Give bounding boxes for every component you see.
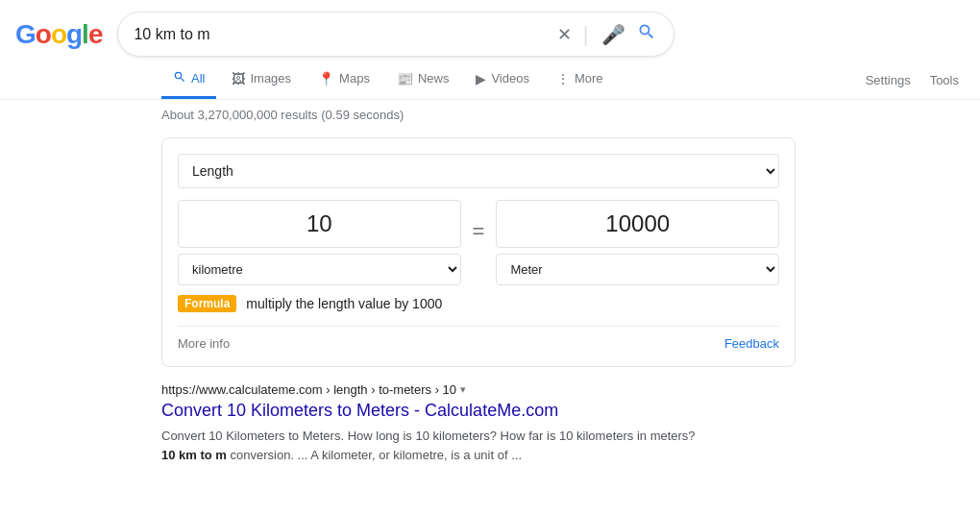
logo-g: G (15, 19, 36, 49)
all-icon (173, 70, 186, 86)
search-icon (637, 22, 656, 46)
to-value-box: 10000 (496, 200, 779, 248)
nav-item-all[interactable]: All (161, 61, 216, 99)
nav-item-images[interactable]: 🖼 Images (220, 61, 303, 99)
tools-link[interactable]: Tools (924, 63, 965, 97)
nav-label-maps: Maps (339, 71, 370, 86)
nav-item-more[interactable]: ⋮ More (545, 61, 615, 99)
settings-link[interactable]: Settings (860, 63, 917, 97)
result-url-row: https://www.calculateme.com › length › t… (161, 382, 796, 397)
google-logo: Google (15, 19, 102, 50)
converter-widget: Length 10 kilometre = 10000 Meter Formul… (161, 137, 796, 367)
results-count: About 3,270,000,000 results (0.59 second… (0, 100, 980, 130)
result-snippet-rest: conversion. ... A kilometer, or kilometr… (227, 448, 522, 462)
formula-text: multiply the length value by 1000 (246, 296, 442, 311)
nav-label-news: News (418, 71, 450, 86)
to-input-group: 10000 Meter (496, 200, 779, 285)
search-input[interactable]: 10 km to m (134, 26, 549, 43)
logo-g2: g (66, 19, 82, 49)
converter-inputs: 10 kilometre = 10000 Meter (178, 200, 779, 285)
videos-icon: ▶ (476, 71, 486, 86)
result-title: Convert 10 Kilometers to Meters - Calcul… (161, 399, 796, 423)
news-icon: 📰 (397, 71, 413, 86)
result-title-link[interactable]: Convert 10 Kilometers to Meters - Calcul… (161, 401, 558, 420)
logo-l: l (82, 19, 88, 49)
voice-search-button[interactable]: 🎤 (600, 21, 627, 48)
results-count-text: About 3,270,000,000 results (0.59 second… (161, 108, 404, 122)
logo-e: e (88, 19, 103, 49)
search-bar: 10 km to m ✕ | 🎤 (117, 12, 674, 57)
mic-icon: 🎤 (601, 23, 625, 46)
equals-sign: = (473, 219, 485, 244)
result-url: https://www.calculateme.com › length › t… (161, 382, 456, 397)
nav-label-images: Images (250, 71, 291, 86)
divider: | (583, 22, 589, 47)
widget-footer: More info Feedback (178, 326, 779, 351)
logo-o1: o (36, 19, 51, 49)
more-info-link[interactable]: More info (178, 336, 230, 351)
nav-label-all: All (191, 71, 205, 86)
nav-right: Settings Tools (860, 63, 965, 97)
search-result: https://www.calculateme.com › length › t… (161, 382, 796, 464)
images-icon: 🖼 (232, 71, 245, 86)
formula-row: Formula multiply the length value by 100… (178, 295, 779, 312)
from-input-group: 10 kilometre (178, 200, 461, 285)
nav-label-more: More (575, 71, 603, 86)
feedback-link[interactable]: Feedback (724, 336, 779, 351)
nav-item-news[interactable]: 📰 News (385, 61, 461, 99)
nav-item-videos[interactable]: ▶ Videos (464, 61, 541, 99)
result-snippet: Convert 10 Kilometers to Meters. How lon… (161, 427, 796, 464)
nav-label-videos: Videos (491, 71, 529, 86)
result-url-dropdown-icon[interactable]: ▾ (460, 383, 466, 396)
maps-icon: 📍 (318, 71, 334, 86)
search-submit-button[interactable] (635, 20, 658, 48)
more-icon: ⋮ (556, 71, 570, 86)
result-snippet-text: Convert 10 Kilometers to Meters. How lon… (161, 429, 696, 443)
nav-item-maps[interactable]: 📍 Maps (306, 61, 381, 99)
header: Google 10 km to m ✕ | 🎤 (0, 0, 980, 61)
clear-icon[interactable]: ✕ (557, 24, 572, 45)
to-unit-select[interactable]: Meter (496, 254, 779, 285)
result-snippet-bold: 10 km to m (161, 448, 227, 462)
navigation-bar: All 🖼 Images 📍 Maps 📰 News ▶ Videos ⋮ Mo… (0, 61, 980, 100)
converter-type-select[interactable]: Length (178, 154, 779, 188)
logo-o2: o (51, 19, 66, 49)
formula-badge: Formula (178, 295, 236, 312)
from-value-box: 10 (178, 200, 461, 248)
from-unit-select[interactable]: kilometre (178, 254, 461, 285)
